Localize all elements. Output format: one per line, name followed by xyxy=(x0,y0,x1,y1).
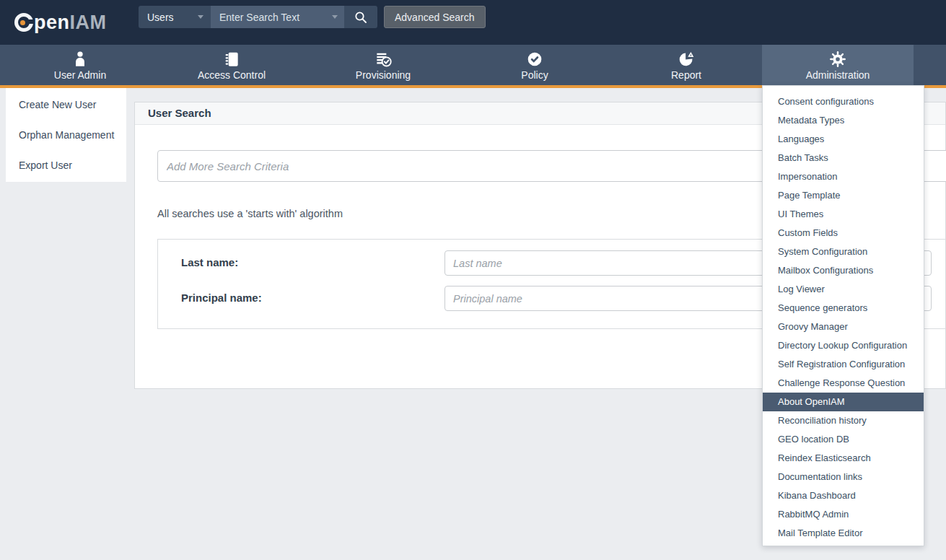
menu-item-label: Impersonation xyxy=(778,171,837,182)
menu-item-label: Directory Lookup Configuration xyxy=(778,340,907,351)
menu-item[interactable]: Self Registration Configuration xyxy=(763,355,924,374)
page-title: User Search xyxy=(148,107,211,119)
menu-item-label: Consent configurations xyxy=(778,96,874,107)
search-button[interactable] xyxy=(344,6,377,28)
user-icon xyxy=(4,49,156,69)
search-scope-select[interactable]: Users xyxy=(139,6,211,28)
search-icon xyxy=(353,9,369,25)
menu-item-label: Custom Fields xyxy=(778,227,838,238)
menu-item[interactable]: Batch Tasks xyxy=(763,149,924,167)
menu-item-label: Batch Tasks xyxy=(778,152,828,163)
menu-item[interactable]: Kibana Dashboard xyxy=(763,486,924,505)
menu-item-label: UI Themes xyxy=(778,209,823,219)
menu-item-label: Challenge Response Question xyxy=(778,377,905,388)
pie-chart-icon xyxy=(610,49,762,69)
search-scope-value: Users xyxy=(147,12,198,23)
menu-item-label: Sequence generators xyxy=(778,302,867,313)
menu-item[interactable]: Challenge Response Question xyxy=(763,374,924,393)
sidebar-item-create-new-user[interactable]: Create New User xyxy=(6,89,126,120)
menu-item-label: Reindex Elasticsearch xyxy=(778,452,871,463)
menu-item[interactable]: Sequence generators xyxy=(763,299,924,318)
tab-label: Administration xyxy=(762,69,914,82)
menu-item[interactable]: Consent configurations xyxy=(763,92,924,111)
menu-item[interactable]: Directory Lookup Configuration xyxy=(763,336,924,355)
menu-item-label: Documentation links xyxy=(778,471,862,482)
menu-item[interactable]: Metadata Types xyxy=(763,111,924,130)
menu-item-label: System Configuration xyxy=(778,246,867,257)
menu-item-label: GEO location DB xyxy=(778,434,849,445)
global-search-wrap xyxy=(211,6,344,28)
menu-item[interactable]: RabbitMQ Admin xyxy=(763,505,924,524)
screen: penIAM Users Advanced Search User Admin xyxy=(0,0,946,560)
menu-item-label: Metadata Types xyxy=(778,115,844,126)
logo-text-pen: pen xyxy=(34,12,70,34)
menu-item[interactable]: Log Viewer xyxy=(763,280,924,299)
menu-item-label: Kibana Dashboard xyxy=(778,490,856,501)
menu-item[interactable]: Groovy Manager xyxy=(763,318,924,336)
menu-item-label: Reconciliation history xyxy=(778,415,867,426)
chevron-down-icon[interactable] xyxy=(332,15,338,19)
menu-item-label: Mail Template Editor xyxy=(778,528,863,538)
tab-report[interactable]: Report xyxy=(610,45,762,85)
menu-item-label: RabbitMQ Admin xyxy=(778,509,849,520)
menu-item[interactable]: Mailbox Configurations xyxy=(763,261,924,280)
logo-o-icon xyxy=(14,13,33,32)
global-search-input[interactable] xyxy=(211,6,344,28)
administration-menu: Consent configurations Metadata Types La… xyxy=(762,85,924,546)
menu-item[interactable]: UI Themes xyxy=(763,205,924,224)
tab-label: Provisioning xyxy=(307,69,459,82)
address-book-icon xyxy=(156,49,307,69)
menu-item-label: Page Template xyxy=(778,190,841,201)
menu-item[interactable]: Mail Template Editor xyxy=(763,524,924,543)
sidebar-item-orphan-management[interactable]: Orphan Management xyxy=(6,120,126,150)
tab-administration[interactable]: Administration xyxy=(762,45,914,85)
advanced-search-button[interactable]: Advanced Search xyxy=(384,6,486,28)
main-nav: User Admin Access Control Provisioning P… xyxy=(0,45,946,85)
tab-user-admin[interactable]: User Admin xyxy=(4,45,156,85)
menu-item-label: About OpenIAM xyxy=(778,396,845,407)
last-name-label: Last name: xyxy=(181,250,238,276)
menu-item-label: Log Viewer xyxy=(778,284,825,294)
menu-item[interactable]: Languages xyxy=(763,130,924,149)
chevron-down-icon xyxy=(198,15,203,19)
logo-orange-dot-icon xyxy=(20,20,25,25)
tab-label: Access Control xyxy=(156,69,307,82)
menu-item-label: Self Registration Configuration xyxy=(778,359,905,369)
gear-icon xyxy=(762,49,914,69)
check-circle-icon xyxy=(459,49,610,69)
openiam-logo[interactable]: penIAM xyxy=(14,0,107,45)
menu-item[interactable]: About OpenIAM xyxy=(763,393,924,411)
tab-label: User Admin xyxy=(4,69,156,82)
menu-item[interactable]: Reconciliation history xyxy=(763,411,924,430)
tab-label: Report xyxy=(610,69,762,82)
tab-access-control[interactable]: Access Control xyxy=(156,45,307,85)
tab-label: Policy xyxy=(459,69,610,82)
menu-item-label: Languages xyxy=(778,134,824,144)
menu-item[interactable]: Custom Fields xyxy=(763,224,924,242)
sidebar-item-export-user[interactable]: Export User xyxy=(6,150,126,180)
topbar: penIAM Users Advanced Search xyxy=(0,0,946,45)
menu-item[interactable]: Documentation links xyxy=(763,468,924,486)
menu-item-label: Groovy Manager xyxy=(778,321,848,332)
menu-item[interactable]: System Configuration xyxy=(763,242,924,261)
menu-item[interactable]: Reindex Elasticsearch xyxy=(763,449,924,468)
list-check-icon xyxy=(307,49,459,69)
logo-text-iam: IAM xyxy=(70,12,107,34)
menu-item-label: Mailbox Configurations xyxy=(778,265,873,276)
menu-item[interactable]: Impersonation xyxy=(763,167,924,186)
tab-policy[interactable]: Policy xyxy=(459,45,610,85)
search-algorithm-note: All searches use a 'starts with' algorit… xyxy=(157,208,343,219)
tab-provisioning[interactable]: Provisioning xyxy=(307,45,459,85)
global-search-group: Users xyxy=(139,6,377,28)
principal-name-label: Principal name: xyxy=(181,286,262,311)
menu-item[interactable]: Page Template xyxy=(763,186,924,205)
menu-item[interactable]: GEO location DB xyxy=(763,430,924,449)
sidebar: Create New User Orphan Management Export… xyxy=(6,88,126,182)
